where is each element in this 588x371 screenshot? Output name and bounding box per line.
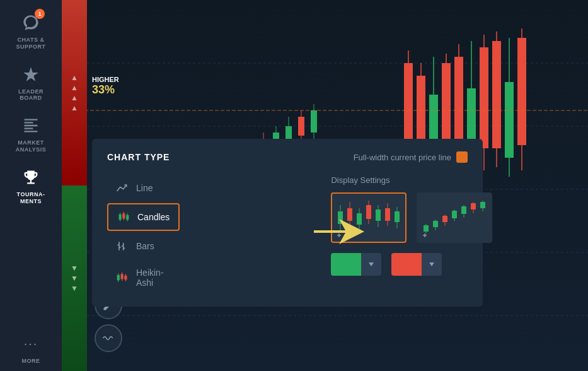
tournaments-icon [20, 166, 42, 189]
bars-label: Bars [136, 241, 154, 251]
candles-chart-icon [117, 211, 130, 223]
main-area: ▲ ▲ ▲ ▲ ▼ ▼ ▼ HIGHER 33% 10s [62, 0, 588, 371]
svg-rect-41 [492, 41, 501, 148]
more-icon: ··· [20, 333, 42, 355]
chats-label: CHATS &SUPPORT [16, 37, 45, 50]
chat-badge: 1 [35, 9, 45, 19]
svg-rect-84 [376, 209, 381, 221]
sidebar-item-chats[interactable]: 1 CHATS &SUPPORT [0, 5, 62, 57]
svg-rect-102 [471, 203, 476, 209]
chevron-down-icon: ▼ [71, 264, 78, 272]
chart-type-line[interactable]: Line [107, 175, 180, 201]
chevron-up-icon-3: ▲ [71, 94, 78, 102]
sidebar: 1 CHATS &SUPPORT LEADERBOARD MARKETANALY… [0, 0, 62, 371]
svg-rect-92 [424, 225, 429, 232]
svg-rect-94 [433, 221, 438, 227]
chart-type-candles[interactable]: Candles [107, 203, 180, 231]
bars-chart-icon [116, 240, 129, 252]
side-controls: ▲ ▲ ▲ ▲ ▼ ▼ ▼ [62, 0, 87, 371]
svg-rect-39 [480, 47, 488, 148]
svg-rect-96 [442, 216, 447, 222]
svg-rect-86 [385, 208, 390, 221]
svg-rect-23 [298, 117, 304, 136]
candles-label: Candles [137, 212, 170, 222]
chart-preview-2[interactable] [417, 192, 492, 243]
market-icon [20, 114, 42, 137]
line-chart-icon [116, 182, 129, 194]
color-dropdown-red[interactable] [422, 253, 442, 276]
sidebar-item-market[interactable]: MARKETANALYSIS [0, 108, 62, 160]
chats-icon: 1 [20, 11, 42, 34]
svg-rect-82 [366, 205, 371, 219]
panel-title: CHART TYPE [107, 152, 170, 162]
chart-type-heikin[interactable]: Heikin-Ashi [107, 261, 180, 294]
svg-rect-45 [517, 38, 526, 145]
line-label: Line [136, 183, 153, 193]
tournaments-label: TOURNA-MENTS [17, 191, 45, 205]
svg-rect-88 [395, 211, 400, 222]
svg-rect-100 [461, 206, 466, 214]
market-label: MARKETANALYSIS [16, 139, 47, 153]
color-swatch-red [391, 253, 422, 276]
chart-types-list: Line [107, 175, 180, 294]
sidebar-item-leaderboard[interactable]: LEADERBOARD [0, 57, 62, 109]
display-settings-title: Display Settings [331, 175, 492, 185]
svg-rect-104 [480, 202, 485, 208]
svg-rect-98 [452, 211, 457, 218]
svg-rect-54 [122, 213, 125, 218]
more-label: MORE [22, 358, 40, 365]
svg-marker-109 [314, 219, 364, 244]
svg-rect-43 [505, 82, 514, 158]
color-swatch-green [331, 253, 361, 276]
chart-type-panel: CHART TYPE Full-width current price line [92, 139, 483, 307]
color-picker-up[interactable] [331, 253, 381, 276]
color-pickers [331, 253, 492, 276]
fullwidth-label: Full-width current price line [354, 151, 468, 163]
svg-marker-108 [429, 262, 434, 266]
chart-type-bars[interactable]: Bars [107, 233, 180, 259]
svg-rect-69 [121, 274, 124, 279]
sidebar-item-tournaments[interactable]: TOURNA-MENTS [0, 160, 62, 211]
svg-rect-66 [117, 275, 120, 280]
chevron-up-icon-2: ▲ [71, 84, 78, 91]
svg-marker-107 [369, 262, 374, 266]
higher-button[interactable]: ▲ ▲ ▲ ▲ [62, 0, 87, 186]
chevron-down-icon-3: ▼ [71, 285, 78, 292]
heikin-chart-icon [116, 271, 129, 284]
color-dropdown-green[interactable] [361, 253, 381, 276]
svg-rect-72 [124, 276, 127, 280]
svg-rect-25 [311, 110, 317, 132]
chevron-up-icon: ▲ [71, 74, 78, 81]
panel-header: CHART TYPE Full-width current price line [107, 151, 468, 163]
panel-body: Line [107, 175, 468, 294]
arrow-indicator [314, 219, 364, 247]
higher-pct: 33% [92, 83, 119, 97]
leaderboard-label: LEADERBOARD [18, 88, 43, 102]
heikin-label: Heikin-Ashi [136, 268, 171, 288]
color-picker-down[interactable] [391, 253, 442, 276]
chevron-up-icon-4: ▲ [71, 104, 78, 112]
higher-label: HIGHER 33% [92, 76, 119, 97]
sidebar-item-more[interactable]: ··· MORE [0, 326, 62, 371]
fullwidth-indicator[interactable] [456, 151, 468, 163]
chevron-down-icon-2: ▼ [71, 274, 78, 282]
wave-tool-button[interactable] [95, 324, 122, 352]
svg-rect-51 [119, 215, 122, 220]
leaderboard-icon [20, 63, 42, 86]
svg-rect-57 [126, 215, 129, 220]
lower-button[interactable]: ▼ ▼ ▼ [62, 186, 87, 371]
